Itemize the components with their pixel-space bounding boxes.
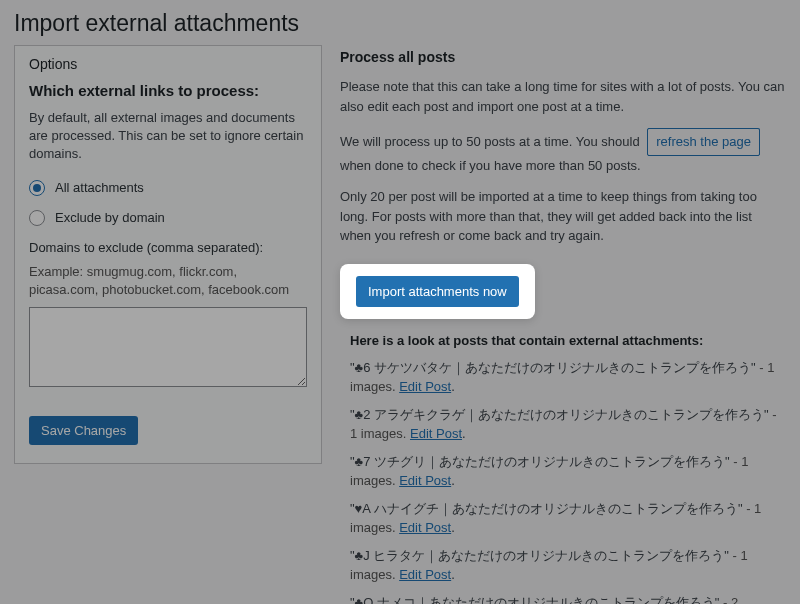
edit-post-link[interactable]: Edit Post xyxy=(399,520,451,535)
posts-list: "♣6 サケツバタケ｜あなただけのオリジナルきのこトランプを作ろう" - 1 i… xyxy=(340,358,786,605)
domains-example: Example: smugmug.com, flickr.com, picasa… xyxy=(29,263,307,299)
post-title: "♣7 ツチグリ｜あなただけのオリジナルきのこトランプを作ろう" xyxy=(350,454,730,469)
post-title: "♣2 アラゲキクラゲ｜あなただけのオリジナルきのこトランプを作ろう" xyxy=(350,407,769,422)
import-attachments-button[interactable]: Import attachments now xyxy=(356,276,519,307)
list-item: "♣7 ツチグリ｜あなただけのオリジナルきのこトランプを作ろう" - 1 ima… xyxy=(350,452,786,491)
process-limit-post: when done to check if you have more than… xyxy=(340,158,641,173)
options-box-title: Options xyxy=(29,54,307,78)
radio-label: Exclude by domain xyxy=(55,210,165,225)
post-title: "♣6 サケツバタケ｜あなただけのオリジナルきのこトランプを作ろう" xyxy=(350,360,756,375)
list-item: "♣2 アラゲキクラゲ｜あなただけのオリジナルきのこトランプを作ろう" - 1 … xyxy=(350,405,786,444)
refresh-page-link[interactable]: refresh the page xyxy=(647,128,760,156)
import-highlight: Import attachments now xyxy=(340,264,535,319)
list-item: "♣J ヒラタケ｜あなただけのオリジナルきのこトランプを作ろう" - 1 ima… xyxy=(350,546,786,585)
radio-label: All attachments xyxy=(55,180,144,195)
process-note: Please note that this can take a long ti… xyxy=(340,77,786,116)
radio-exclude-domain[interactable]: Exclude by domain xyxy=(29,210,307,226)
list-item: "♣Q ナメコ｜あなただけのオリジナルきのこトランプを作ろう" - 2 imag… xyxy=(350,593,786,605)
list-item: "♣6 サケツバタケ｜あなただけのオリジナルきのこトランプを作ろう" - 1 i… xyxy=(350,358,786,397)
domains-input[interactable] xyxy=(29,307,307,387)
edit-post-link[interactable]: Edit Post xyxy=(399,473,451,488)
save-button[interactable]: Save Changes xyxy=(29,416,138,445)
domains-label: Domains to exclude (comma separated): xyxy=(29,240,307,255)
radio-all-attachments[interactable]: All attachments xyxy=(29,180,307,196)
radio-icon xyxy=(29,210,45,226)
page-title: Import external attachments xyxy=(14,10,786,37)
posts-list-heading: Here is a look at posts that contain ext… xyxy=(350,333,786,348)
process-limit-note: We will process up to 50 posts at a time… xyxy=(340,128,786,175)
edit-post-link[interactable]: Edit Post xyxy=(399,567,451,582)
post-title: "♥A ハナイグチ｜あなただけのオリジナルきのこトランプを作ろう" xyxy=(350,501,743,516)
options-box: Options Which external links to process:… xyxy=(14,45,322,464)
options-heading: Which external links to process: xyxy=(29,82,307,99)
options-description: By default, all external images and docu… xyxy=(29,109,307,164)
post-title: "♣Q ナメコ｜あなただけのオリジナルきのこトランプを作ろう" xyxy=(350,595,719,605)
process-limit-pre: We will process up to 50 posts at a time… xyxy=(340,134,643,149)
process-heading: Process all posts xyxy=(340,49,786,65)
list-item: "♥A ハナイグチ｜あなただけのオリジナルきのこトランプを作ろう" - 1 im… xyxy=(350,499,786,538)
process-per-post-note: Only 20 per post will be imported at a t… xyxy=(340,187,786,246)
post-title: "♣J ヒラタケ｜あなただけのオリジナルきのこトランプを作ろう" xyxy=(350,548,729,563)
process-column: Process all posts Please note that this … xyxy=(340,45,786,604)
edit-post-link[interactable]: Edit Post xyxy=(410,426,462,441)
edit-post-link[interactable]: Edit Post xyxy=(399,379,451,394)
radio-icon xyxy=(29,180,45,196)
